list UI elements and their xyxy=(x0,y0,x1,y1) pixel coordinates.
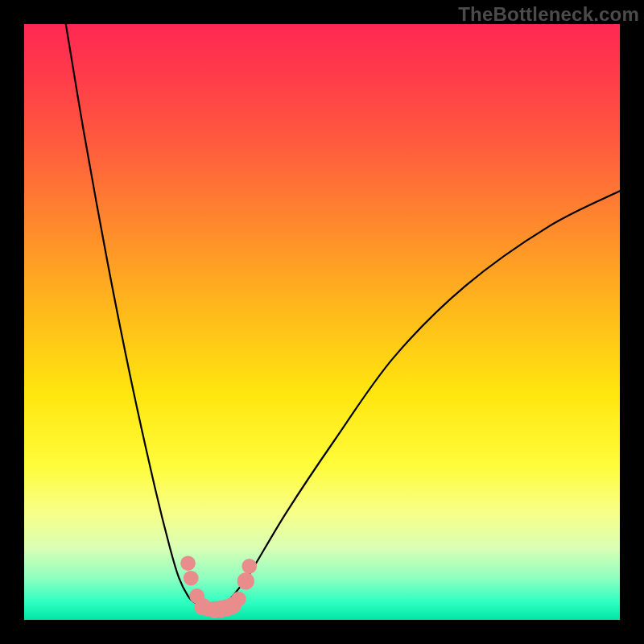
curve-layer xyxy=(24,24,620,620)
marker-point xyxy=(242,559,257,574)
attribution-text: TheBottleneck.com xyxy=(458,3,639,26)
chart-frame: TheBottleneck.com xyxy=(0,0,644,644)
marker-point xyxy=(180,555,196,571)
marker-group xyxy=(180,555,257,618)
curve-group xyxy=(66,24,620,609)
curve-left-branch xyxy=(66,24,206,608)
marker-point xyxy=(184,571,199,586)
marker-point xyxy=(231,592,246,607)
curve-right-branch xyxy=(221,191,620,608)
marker-point xyxy=(237,572,254,589)
plot-area xyxy=(24,24,620,620)
